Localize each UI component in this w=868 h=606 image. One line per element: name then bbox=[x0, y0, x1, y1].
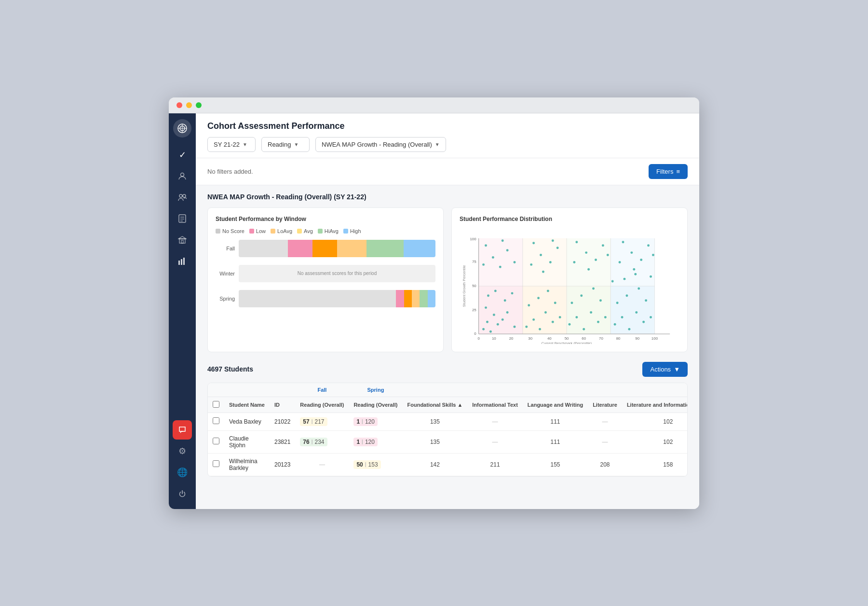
svg-point-95 bbox=[599, 299, 602, 302]
sidebar-item-reports[interactable] bbox=[173, 209, 192, 228]
select-all-checkbox[interactable] bbox=[213, 401, 219, 408]
svg-point-54 bbox=[485, 306, 487, 309]
th-name[interactable]: Student Name bbox=[224, 397, 270, 413]
sidebar-item-school[interactable] bbox=[173, 230, 192, 249]
svg-text:100: 100 bbox=[470, 236, 476, 241]
svg-text:20: 20 bbox=[509, 336, 514, 341]
row-checkbox-2[interactable] bbox=[213, 460, 219, 467]
svg-text:90: 90 bbox=[635, 336, 639, 341]
lit-info-2: 158 bbox=[622, 453, 688, 476]
literature-0: — bbox=[588, 413, 622, 430]
subject-dropdown[interactable]: Reading ▼ bbox=[261, 137, 310, 152]
bar-chart-box: Student Performance by Window No Score L… bbox=[207, 207, 444, 352]
actions-chevron-icon: ▼ bbox=[674, 366, 680, 373]
svg-point-74 bbox=[528, 304, 530, 306]
svg-point-89 bbox=[590, 311, 592, 314]
content-area: NWEA MAP Growth - Reading (Overall) (SY … bbox=[196, 185, 699, 484]
sy-dropdown[interactable]: SY 21-22 ▼ bbox=[207, 137, 256, 152]
svg-point-71 bbox=[539, 328, 541, 330]
legend-hiavg: HiAvg bbox=[318, 228, 339, 234]
informational-2: 211 bbox=[467, 453, 523, 476]
sidebar-item-power[interactable] bbox=[173, 484, 192, 503]
sidebar-item-tasks[interactable]: ✓ bbox=[173, 145, 192, 165]
svg-point-108 bbox=[616, 302, 619, 304]
svg-point-78 bbox=[554, 302, 556, 304]
bar-segment-high bbox=[404, 240, 435, 257]
minimize-button[interactable] bbox=[186, 102, 192, 108]
svg-point-103 bbox=[614, 323, 616, 325]
bar-chart-title: Student Performance by Window bbox=[216, 216, 435, 222]
sidebar-item-groups[interactable] bbox=[173, 188, 192, 207]
sidebar-item-analytics[interactable] bbox=[173, 251, 192, 271]
svg-point-101 bbox=[587, 268, 590, 270]
table-row: Veda Baxley 21022 57 | 217 bbox=[208, 413, 688, 430]
th-literature[interactable]: Literature bbox=[588, 397, 622, 413]
svg-point-63 bbox=[492, 256, 494, 259]
sidebar-item-global[interactable]: 🌐 bbox=[173, 463, 192, 482]
titlebar bbox=[169, 97, 699, 113]
page-title: Cohort Assessment Performance bbox=[207, 121, 688, 131]
svg-text:Student Growth Percentile: Student Growth Percentile bbox=[462, 265, 466, 307]
th-fall-reading[interactable]: Reading (Overall) bbox=[295, 397, 349, 413]
th-id[interactable]: ID bbox=[270, 397, 295, 413]
th-language[interactable]: Language and Writing bbox=[523, 397, 588, 413]
bar-chart: Fall bbox=[216, 240, 435, 307]
svg-point-96 bbox=[573, 261, 575, 263]
maximize-button[interactable] bbox=[196, 102, 202, 108]
th-informational[interactable]: Informational Text bbox=[467, 397, 523, 413]
svg-point-77 bbox=[547, 289, 549, 292]
svg-point-87 bbox=[575, 316, 578, 318]
svg-text:25: 25 bbox=[472, 307, 476, 312]
svg-point-4 bbox=[181, 173, 184, 176]
sidebar-item-chat[interactable] bbox=[173, 420, 192, 440]
bar-spring-high bbox=[428, 290, 435, 307]
svg-point-111 bbox=[637, 287, 640, 289]
section-title: NWEA MAP Growth - Reading (Overall) (SY … bbox=[207, 193, 688, 201]
svg-point-52 bbox=[493, 314, 495, 316]
th-lit-info[interactable]: Literature and Informational Text bbox=[622, 397, 688, 413]
assessment-dropdown[interactable]: NWEA MAP Growth - Reading (Overall) ▼ bbox=[315, 137, 446, 152]
filters-button[interactable]: Filters ≡ bbox=[649, 164, 688, 179]
legend-avg: Avg bbox=[297, 228, 313, 234]
svg-point-84 bbox=[542, 270, 544, 273]
col-group-empty bbox=[208, 383, 295, 397]
legend-loavg-icon bbox=[271, 229, 275, 234]
sidebar-item-settings[interactable]: ⚙ bbox=[173, 441, 192, 461]
svg-point-50 bbox=[486, 320, 488, 323]
foundational-0: 135 bbox=[403, 413, 468, 430]
legend-high-icon bbox=[343, 229, 348, 234]
row-checkbox-1[interactable] bbox=[213, 438, 219, 444]
legend-noscore: No Score bbox=[216, 228, 244, 234]
actions-button[interactable]: Actions ▼ bbox=[642, 362, 688, 377]
th-foundational[interactable]: Foundational Skills ▲ bbox=[403, 397, 468, 413]
close-button[interactable] bbox=[176, 102, 182, 108]
row-checkbox-0[interactable] bbox=[213, 417, 219, 424]
svg-point-92 bbox=[604, 316, 607, 318]
table-header-row: Student Name ID Reading (Overall) Readin… bbox=[208, 397, 688, 413]
bar-spring-noscore bbox=[239, 290, 396, 307]
app-logo[interactable] bbox=[173, 119, 191, 138]
sidebar-item-students[interactable] bbox=[173, 166, 192, 186]
fall-score-0: 57 | 217 bbox=[295, 413, 349, 430]
svg-rect-19 bbox=[523, 238, 567, 286]
svg-text:50: 50 bbox=[472, 283, 476, 288]
table-container: Fall Spring Student Name ID Reading (Ove… bbox=[207, 383, 688, 477]
assessment-chevron-icon: ▼ bbox=[435, 142, 440, 147]
svg-point-70 bbox=[532, 318, 535, 320]
svg-point-6 bbox=[183, 194, 186, 197]
svg-point-61 bbox=[511, 292, 514, 294]
svg-point-99 bbox=[602, 244, 604, 247]
svg-point-73 bbox=[552, 320, 554, 323]
th-spring-reading[interactable]: Reading (Overall) bbox=[349, 397, 402, 413]
svg-point-97 bbox=[585, 251, 587, 254]
sidebar: ✓ bbox=[169, 113, 196, 509]
svg-text:100: 100 bbox=[651, 336, 658, 341]
table-row: Claudie Stjohn 23821 76 | 234 bbox=[208, 430, 688, 453]
legend-hiavg-icon bbox=[318, 229, 323, 234]
student-id-1: 23821 bbox=[270, 430, 295, 453]
legend-high: High bbox=[343, 228, 361, 234]
svg-point-60 bbox=[504, 299, 506, 302]
svg-point-59 bbox=[494, 289, 497, 292]
bar-track-winter: No assessment scores for this period bbox=[239, 265, 435, 282]
student-name-2: Wilhelmina Barkley bbox=[224, 453, 270, 476]
